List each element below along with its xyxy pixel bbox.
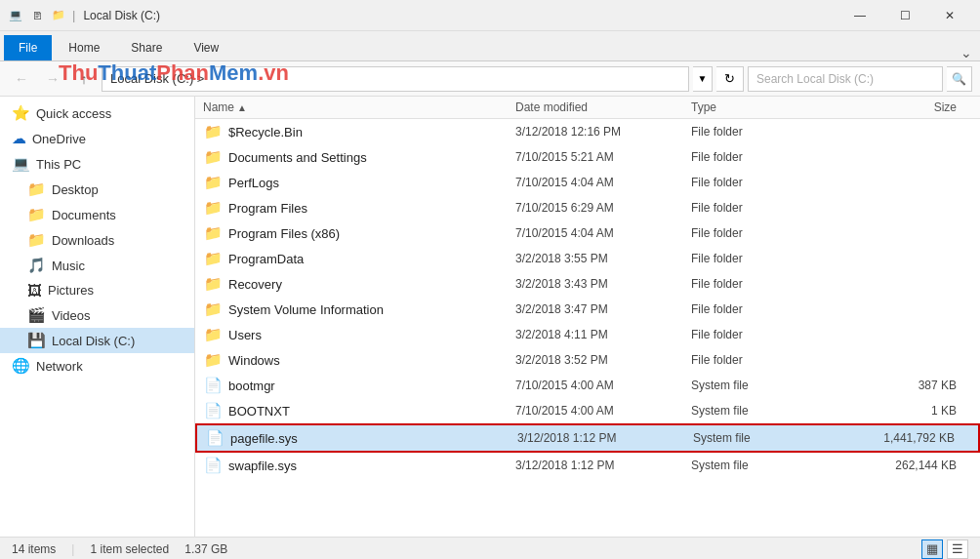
file-date: 3/2/2018 3:52 PM <box>515 353 691 367</box>
table-row[interactable]: 📁 Windows 3/2/2018 3:52 PM File folder <box>195 347 980 373</box>
file-name: bootmgr <box>228 379 515 393</box>
title-separator: | <box>72 8 75 22</box>
up-button[interactable]: ↑ <box>70 65 98 93</box>
file-type: File folder <box>691 125 818 139</box>
col-header-type[interactable]: Type <box>691 100 818 114</box>
file-list-area: Name ▲ Date modified Type Size 📁 $Recycl… <box>195 97 980 537</box>
sidebar-label-local-disk: Local Disk (C:) <box>52 334 135 348</box>
col-header-name[interactable]: Name ▲ <box>203 100 515 114</box>
tab-file[interactable]: File <box>4 35 52 60</box>
table-row[interactable]: 📁 Program Files 7/10/2015 6:29 AM File f… <box>195 195 980 220</box>
title-bar-title: Local Disk (C:) <box>83 9 837 22</box>
local-disk-icon: 💾 <box>27 332 46 349</box>
col-header-size[interactable]: Size <box>818 100 972 114</box>
close-button[interactable]: ✕ <box>927 0 972 31</box>
table-row[interactable]: 📁 System Volume Information 3/2/2018 3:4… <box>195 297 980 322</box>
ribbon-tabs: File Home Share View ⌄ <box>0 31 980 60</box>
table-row[interactable]: 📄 pagefile.sys 3/12/2018 1:12 PM System … <box>195 423 980 453</box>
sidebar-label-downloads: Downloads <box>52 233 114 248</box>
file-name: Program Files <box>228 201 515 216</box>
table-row[interactable]: 📁 Program Files (x86) 7/10/2015 4:04 AM … <box>195 220 980 246</box>
item-count: 14 items <box>12 542 56 556</box>
sidebar-item-this-pc[interactable]: 💻 This PC <box>0 151 194 177</box>
sidebar-item-pictures[interactable]: 🖼 Pictures <box>0 278 194 302</box>
file-date: 3/12/2018 12:16 PM <box>515 125 691 139</box>
view-list-button[interactable]: ☰ <box>947 539 968 559</box>
file-name: Recovery <box>228 277 515 292</box>
file-name: Documents and Settings <box>228 150 515 165</box>
ribbon: File Home Share View ⌄ <box>0 31 980 61</box>
table-row[interactable]: 📁 $Recycle.Bin 3/12/2018 12:16 PM File f… <box>195 119 980 144</box>
sidebar-item-quick-access[interactable]: ⭐ Quick access <box>0 100 194 126</box>
sidebar-item-local-disk[interactable]: 💾 Local Disk (C:) <box>0 328 194 353</box>
file-size: 387 KB <box>818 379 972 392</box>
table-row[interactable]: 📄 swapfile.sys 3/12/2018 1:12 PM System … <box>195 453 980 478</box>
sidebar-label-this-pc: This PC <box>36 157 81 172</box>
folder-icon: 📁 <box>203 198 223 218</box>
file-date: 7/10/2015 4:04 AM <box>515 226 691 240</box>
minimize-button[interactable]: — <box>837 0 882 31</box>
tab-view[interactable]: View <box>179 35 233 60</box>
table-row[interactable]: 📁 Recovery 3/2/2018 3:43 PM File folder <box>195 271 980 297</box>
quick-access-icon: ⭐ <box>12 104 30 122</box>
file-icon: 📄 <box>203 401 223 420</box>
file-date: 3/2/2018 3:47 PM <box>515 302 691 316</box>
quick-access-icon: 🖹 <box>29 8 45 23</box>
folder-icon: 📁 <box>203 147 223 167</box>
file-date: 7/10/2015 6:29 AM <box>515 201 691 215</box>
sidebar-item-desktop[interactable]: 📁 Desktop <box>0 177 194 202</box>
sidebar-item-onedrive[interactable]: ☁ OneDrive <box>0 126 194 151</box>
file-name: PerfLogs <box>228 176 515 190</box>
title-bar-folder-icon: 📁 <box>51 8 66 23</box>
file-type: System file <box>693 431 820 445</box>
view-details-button[interactable]: ▦ <box>921 539 943 559</box>
search-box[interactable]: Search Local Disk (C:) <box>748 66 943 92</box>
column-headers: Name ▲ Date modified Type Size <box>195 97 980 119</box>
search-button[interactable]: 🔍 <box>947 66 972 92</box>
sidebar-item-downloads[interactable]: 📁 Downloads <box>0 227 194 253</box>
table-row[interactable]: 📁 ProgramData 3/2/2018 3:55 PM File fold… <box>195 246 980 271</box>
documents-folder-icon: 📁 <box>27 206 46 223</box>
file-date: 7/10/2015 5:21 AM <box>515 150 691 164</box>
tab-share[interactable]: Share <box>116 35 177 60</box>
back-button[interactable]: ← <box>8 65 35 93</box>
address-path-text: Local Disk (C:) > <box>110 71 204 86</box>
file-date: 3/2/2018 4:11 PM <box>515 328 691 341</box>
file-name: Program Files (x86) <box>228 226 515 241</box>
this-pc-icon: 💻 <box>12 155 30 173</box>
sidebar-item-documents[interactable]: 📁 Documents <box>0 202 194 227</box>
table-row[interactable]: 📄 bootmgr 7/10/2015 4:00 AM System file … <box>195 373 980 398</box>
table-row[interactable]: 📄 BOOTNXT 7/10/2015 4:00 AM System file … <box>195 398 980 423</box>
forward-button[interactable]: → <box>39 65 66 93</box>
table-row[interactable]: 📁 PerfLogs 7/10/2015 4:04 AM File folder <box>195 170 980 195</box>
file-date: 3/12/2018 1:12 PM <box>517 431 693 445</box>
col-size-label: Size <box>934 100 957 114</box>
file-size: 1,441,792 KB <box>820 431 970 445</box>
address-dropdown[interactable]: ▼ <box>693 66 713 92</box>
file-name: BOOTNXT <box>228 404 515 419</box>
selected-info: 1 item selected <box>90 542 169 556</box>
window-controls: — ☐ ✕ <box>837 0 972 31</box>
file-name: pagefile.sys <box>230 431 517 446</box>
maximize-button[interactable]: ☐ <box>882 0 927 31</box>
tab-home[interactable]: Home <box>54 35 114 60</box>
col-header-date[interactable]: Date modified <box>515 100 691 114</box>
file-name: ProgramData <box>228 252 515 266</box>
ribbon-chevron[interactable]: ⌄ <box>960 45 980 60</box>
file-date: 3/2/2018 3:55 PM <box>515 252 691 265</box>
table-row[interactable]: 📁 Documents and Settings 7/10/2015 5:21 … <box>195 144 980 170</box>
sidebar-label-music: Music <box>52 259 85 273</box>
file-size: 1 KB <box>818 404 972 418</box>
sidebar-item-videos[interactable]: 🎬 Videos <box>0 302 194 328</box>
file-icon: 📄 <box>203 376 223 395</box>
refresh-button[interactable]: ↻ <box>716 66 744 92</box>
address-path[interactable]: Local Disk (C:) > <box>102 66 689 92</box>
desktop-folder-icon: 📁 <box>27 180 46 198</box>
sidebar-item-network[interactable]: 🌐 Network <box>0 353 194 379</box>
table-row[interactable]: 📁 Users 3/2/2018 4:11 PM File folder <box>195 322 980 347</box>
file-size: 262,144 KB <box>818 459 972 472</box>
sidebar-item-music[interactable]: 🎵 Music <box>0 253 194 278</box>
file-type: File folder <box>691 353 818 367</box>
col-date-label: Date modified <box>515 100 588 114</box>
folder-icon: 📁 <box>203 223 223 243</box>
